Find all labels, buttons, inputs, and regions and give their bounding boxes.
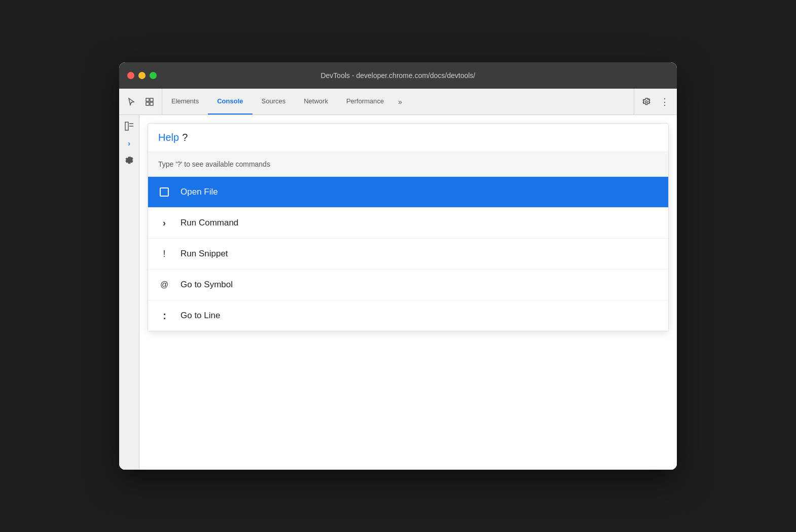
devtools-window: DevTools - developer.chrome.com/docs/dev… bbox=[119, 62, 677, 470]
close-button[interactable] bbox=[127, 72, 134, 79]
go-to-symbol-icon: @ bbox=[158, 279, 170, 291]
tab-network[interactable]: Network bbox=[295, 89, 337, 115]
command-item-run-command[interactable]: › Run Command bbox=[148, 208, 668, 239]
window-title: DevTools - developer.chrome.com/docs/dev… bbox=[320, 71, 475, 80]
command-item-go-to-line-label: Go to Line bbox=[180, 311, 220, 321]
tab-elements[interactable]: Elements bbox=[162, 89, 208, 115]
command-header-label: Help bbox=[158, 132, 179, 143]
maximize-button[interactable] bbox=[150, 72, 157, 79]
toolbar-right: ⋮ bbox=[634, 89, 677, 115]
command-item-open-file-label: Open File bbox=[180, 187, 218, 197]
run-snippet-icon: ! bbox=[158, 248, 170, 260]
command-header-cursor: ? bbox=[182, 132, 188, 143]
toolbar-icons bbox=[119, 89, 162, 115]
title-bar: DevTools - developer.chrome.com/docs/dev… bbox=[119, 62, 677, 89]
sidebar-chevron[interactable]: › bbox=[128, 135, 130, 151]
settings-icon[interactable] bbox=[638, 94, 655, 110]
settings-sidebar-icon[interactable] bbox=[122, 154, 136, 168]
command-item-run-snippet-label: Run Snippet bbox=[180, 249, 228, 259]
command-item-open-file[interactable]: Open File bbox=[148, 177, 668, 208]
command-hint: Type '?' to see available commands bbox=[148, 152, 668, 177]
layers-icon[interactable] bbox=[141, 94, 158, 110]
open-file-icon bbox=[158, 186, 170, 198]
svg-rect-4 bbox=[125, 122, 128, 130]
command-item-run-snippet[interactable]: ! Run Snippet bbox=[148, 239, 668, 270]
command-palette: Help ? Type '?' to see available command… bbox=[148, 123, 669, 331]
command-item-go-to-symbol-label: Go to Symbol bbox=[180, 280, 233, 290]
devtools-toolbar: Elements Console Sources Network Perform… bbox=[119, 89, 677, 115]
more-options-icon[interactable]: ⋮ bbox=[657, 94, 673, 110]
svg-rect-1 bbox=[150, 98, 153, 101]
svg-rect-0 bbox=[146, 98, 149, 101]
sidebar-panel-icon[interactable] bbox=[122, 119, 136, 133]
go-to-line-icon: : bbox=[158, 310, 170, 322]
tab-console[interactable]: Console bbox=[208, 89, 252, 115]
tab-performance[interactable]: Performance bbox=[337, 89, 393, 115]
sidebar-panel: › bbox=[119, 115, 139, 470]
run-command-icon: › bbox=[158, 217, 170, 229]
minimize-button[interactable] bbox=[138, 72, 146, 79]
command-palette-header: Help ? bbox=[148, 124, 668, 152]
tabs-container: Elements Console Sources Network Perform… bbox=[162, 89, 634, 115]
tab-sources[interactable]: Sources bbox=[252, 89, 295, 115]
more-tabs-button[interactable]: » bbox=[393, 89, 407, 115]
traffic-lights bbox=[127, 72, 157, 79]
devtools-body: › Help ? Type '?' to see available comma… bbox=[119, 115, 677, 470]
command-item-go-to-line[interactable]: : Go to Line bbox=[148, 300, 668, 331]
svg-rect-2 bbox=[146, 102, 149, 105]
svg-rect-3 bbox=[150, 102, 153, 105]
command-item-run-command-label: Run Command bbox=[180, 218, 238, 228]
cursor-icon[interactable] bbox=[123, 94, 139, 110]
main-content: Help ? Type '?' to see available command… bbox=[139, 115, 677, 470]
command-item-go-to-symbol[interactable]: @ Go to Symbol bbox=[148, 270, 668, 300]
